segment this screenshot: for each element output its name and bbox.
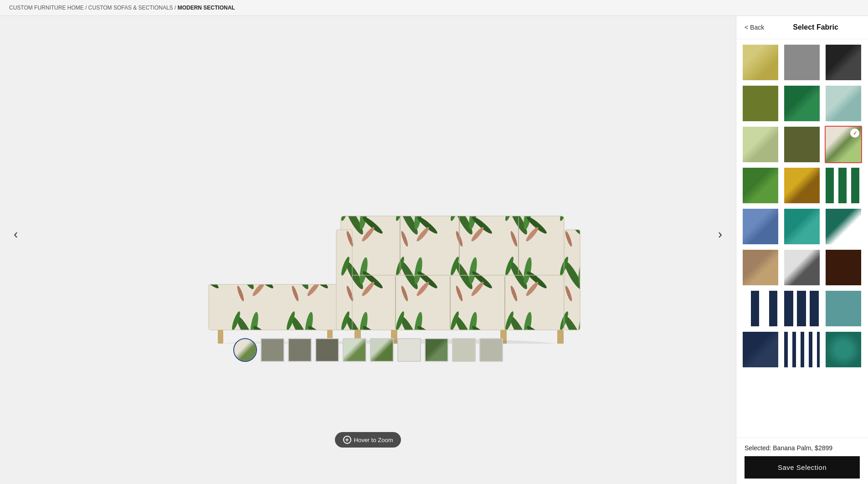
thumbnail-8[interactable]	[425, 338, 448, 362]
thumbnail-5[interactable]	[343, 338, 366, 362]
fabric-swatch-20[interactable]	[783, 290, 821, 327]
fabric-swatch-14[interactable]	[783, 208, 821, 245]
breadcrumb-home[interactable]: CUSTOM FURNITURE HOME	[9, 5, 84, 11]
fabric-swatch-9-banana-palm[interactable]: ✓	[825, 126, 862, 163]
fabric-swatch-22[interactable]	[742, 331, 779, 368]
sidebar-title: Select Fabric	[793, 23, 838, 31]
save-selection-button[interactable]: Save Selection	[745, 456, 860, 479]
sidebar-header: < Back Select Fabric	[736, 16, 868, 39]
breadcrumb-sofas[interactable]: CUSTOM SOFAS & SECTIONALS	[88, 5, 173, 11]
fabric-swatch-10[interactable]	[742, 167, 779, 204]
selected-fabric-info: Selected: Banana Palm, $2899	[745, 444, 860, 452]
breadcrumb-sep1: /	[85, 5, 88, 11]
fabric-swatch-15[interactable]	[825, 208, 862, 245]
fabric-grid: ✓	[736, 39, 868, 438]
breadcrumb: CUSTOM FURNITURE HOME / CUSTOM SOFAS & S…	[0, 0, 868, 16]
fabric-swatch-12[interactable]	[825, 167, 862, 204]
svg-rect-20	[336, 230, 352, 330]
thumbnail-9[interactable]	[452, 338, 476, 362]
sidebar: < Back Select Fabric	[736, 16, 868, 484]
zoom-plus-icon: +	[343, 436, 351, 444]
thumbnail-2[interactable]	[261, 338, 284, 362]
svg-rect-10	[218, 330, 223, 344]
svg-rect-9	[210, 285, 340, 329]
fabric-swatch-19[interactable]	[742, 290, 779, 327]
fabric-swatch-21[interactable]	[825, 290, 862, 327]
fabric-swatch-13[interactable]	[742, 208, 779, 245]
fabric-swatch-18[interactable]	[825, 249, 862, 286]
svg-rect-12	[341, 216, 564, 275]
thumbnail-4[interactable]	[315, 338, 339, 362]
hover-zoom-tooltip: + Hover to Zoom	[335, 432, 401, 448]
svg-rect-25	[557, 330, 564, 344]
breadcrumb-sep2: /	[175, 5, 178, 11]
fabric-swatch-16[interactable]	[742, 249, 779, 286]
fabric-swatch-4[interactable]	[742, 85, 779, 122]
thumbnail-7[interactable]	[397, 338, 421, 362]
fabric-swatch-2[interactable]	[783, 44, 821, 81]
breadcrumb-current: MODERN SECTIONAL	[178, 5, 235, 11]
thumbnail-6[interactable]	[370, 338, 394, 362]
fabric-swatch-1[interactable]	[742, 44, 779, 81]
fabric-swatch-5[interactable]	[783, 85, 821, 122]
fabric-swatch-7[interactable]	[742, 126, 779, 163]
prev-arrow-button[interactable]: ‹	[9, 222, 22, 246]
product-image-wrapper: ‹	[0, 139, 736, 330]
sidebar-footer: Selected: Banana Palm, $2899 Save Select…	[736, 438, 868, 484]
thumbnail-10[interactable]	[479, 338, 503, 362]
fabric-swatch-8[interactable]	[783, 126, 821, 163]
svg-rect-16	[341, 275, 564, 330]
thumbnail-1[interactable]	[233, 338, 257, 362]
back-button[interactable]: < Back	[745, 24, 764, 31]
main-container: ‹	[0, 16, 868, 484]
fabric-swatch-24[interactable]	[825, 331, 862, 368]
product-image	[172, 139, 564, 330]
product-area: ‹	[0, 16, 736, 484]
next-arrow-button[interactable]: ›	[714, 222, 727, 246]
fabric-swatch-3[interactable]	[825, 44, 862, 81]
hover-zoom-label: Hover to Zoom	[354, 437, 393, 443]
fabric-swatch-11[interactable]	[783, 167, 821, 204]
thumbnail-3[interactable]	[288, 338, 312, 362]
svg-rect-21	[564, 230, 580, 330]
fabric-swatch-23[interactable]	[783, 331, 821, 368]
fabric-swatch-17[interactable]	[783, 249, 821, 286]
selected-check-icon: ✓	[850, 129, 859, 138]
fabric-swatch-6[interactable]	[825, 85, 862, 122]
